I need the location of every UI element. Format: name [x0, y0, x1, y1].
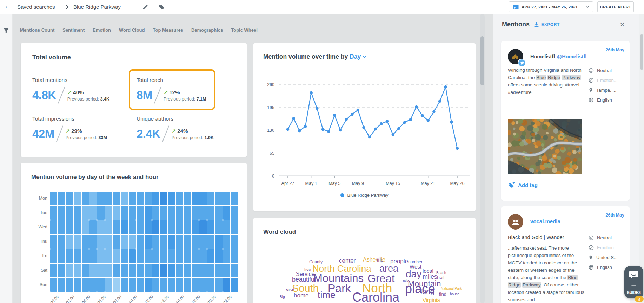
heatmap-cell[interactable]: [66, 192, 73, 205]
breadcrumb-saved-searches[interactable]: Saved searches: [17, 4, 55, 10]
heatmap-cell[interactable]: [121, 192, 128, 205]
heatmap-cell[interactable]: [137, 278, 144, 292]
heatmap-cell[interactable]: [176, 249, 183, 263]
heatmap-cell[interactable]: [89, 249, 97, 263]
heatmap-cell[interactable]: [97, 264, 104, 277]
heatmap-cell[interactable]: [215, 206, 222, 220]
heatmap-cell[interactable]: [145, 206, 152, 220]
page-scrollbar-thumb[interactable]: [640, 34, 643, 70]
interval-selector[interactable]: Day: [350, 53, 366, 60]
main-scrollbar-thumb[interactable]: [480, 36, 484, 85]
close-icon[interactable]: ✕: [620, 21, 625, 28]
heatmap-cell[interactable]: [66, 220, 73, 234]
heatmap-cell[interactable]: [50, 235, 57, 249]
heatmap-cell[interactable]: [66, 235, 73, 249]
heatmap-cell[interactable]: [199, 264, 206, 277]
heatmap-cell[interactable]: [152, 192, 159, 205]
heatmap-cell[interactable]: [121, 220, 128, 234]
heatmap-cell[interactable]: [58, 192, 65, 205]
heatmap-cell[interactable]: [176, 264, 183, 277]
heatmap-cell[interactable]: [199, 249, 206, 263]
word-cloud-word[interactable]: home: [294, 292, 309, 298]
heatmap-cell[interactable]: [160, 264, 167, 277]
heatmap-cell[interactable]: [160, 220, 167, 234]
heatmap-cell[interactable]: [74, 264, 81, 277]
word-cloud-word[interactable]: long: [420, 288, 434, 295]
heatmap-cell[interactable]: [105, 278, 112, 292]
heatmap-cell[interactable]: [137, 220, 144, 234]
heatmap-cell[interactable]: [223, 235, 230, 249]
heatmap-cell[interactable]: [121, 278, 128, 292]
heatmap-cell[interactable]: [223, 249, 230, 263]
heatmap-cell[interactable]: [137, 264, 144, 277]
word-cloud-word[interactable]: find: [439, 292, 446, 296]
heatmap-cell[interactable]: [50, 264, 57, 277]
word-cloud-word[interactable]: area: [379, 264, 398, 273]
avatar[interactable]: [508, 214, 523, 230]
heatmap-cell[interactable]: [74, 206, 81, 220]
heatmap-cell[interactable]: [184, 278, 191, 292]
heatmap-cell[interactable]: [223, 264, 230, 277]
heatmap-cell[interactable]: [215, 220, 222, 234]
heatmap-cell[interactable]: [199, 235, 206, 249]
heatmap-cell[interactable]: [199, 278, 206, 292]
heatmap-cell[interactable]: [176, 220, 183, 234]
heatmap-cell[interactable]: [199, 206, 206, 220]
create-alert-button[interactable]: CREATE ALERT: [597, 1, 634, 12]
tab-sentiment[interactable]: Sentiment: [62, 27, 85, 33]
mention-card-vocal-media[interactable]: vocal.media 26th May Black and Gold | Wa…: [501, 206, 630, 303]
heatmap-cell[interactable]: [129, 264, 136, 277]
heatmap-cell[interactable]: [121, 249, 128, 263]
heatmap-cell[interactable]: [231, 264, 238, 277]
heatmap-cell[interactable]: [137, 249, 144, 263]
meta-language[interactable]: English: [589, 97, 628, 103]
heatmap-cell[interactable]: [160, 206, 167, 220]
heatmap-cell[interactable]: [160, 235, 167, 249]
meta-location[interactable]: United S...: [589, 255, 628, 260]
back-arrow-icon[interactable]: ←: [4, 2, 11, 10]
tag-icon[interactable]: [159, 4, 165, 10]
heatmap-cell[interactable]: [58, 264, 65, 277]
heatmap-cell[interactable]: [129, 235, 136, 249]
word-cloud-word[interactable]: local: [423, 268, 433, 273]
heatmap-cell[interactable]: [74, 220, 81, 234]
heatmap-cell[interactable]: [145, 220, 152, 234]
heatmap-cell[interactable]: [152, 249, 159, 263]
tab-demographics[interactable]: Demographics: [191, 27, 223, 33]
heatmap-cell[interactable]: [50, 249, 57, 263]
heatmap-cell[interactable]: [97, 235, 104, 249]
heatmap-cell[interactable]: [160, 249, 167, 263]
heatmap-cell[interactable]: [207, 220, 214, 234]
heatmap-cell[interactable]: [113, 264, 120, 277]
heatmap-cell[interactable]: [113, 278, 120, 292]
heatmap-cell[interactable]: [207, 235, 214, 249]
heatmap-cell[interactable]: [207, 249, 214, 263]
line-chart[interactable]: 065130195260Apr 27May 1May 5May 9May 15M…: [253, 43, 476, 211]
meta-emotion[interactable]: Emotion...: [589, 78, 628, 83]
heatmap-cell[interactable]: [152, 235, 159, 249]
tab-word-cloud[interactable]: Word Cloud: [119, 27, 145, 33]
heatmap-cell[interactable]: [66, 264, 73, 277]
word-cloud-word[interactable]: time: [318, 290, 336, 300]
heatmap-cell[interactable]: [176, 235, 183, 249]
heatmap-cell[interactable]: [82, 235, 89, 249]
heatmap-cell[interactable]: [58, 220, 65, 234]
heatmap-cell[interactable]: [137, 206, 144, 220]
heatmap-cell[interactable]: [176, 278, 183, 292]
heatmap-cell[interactable]: [168, 220, 175, 234]
heatmap-cell[interactable]: [50, 192, 57, 205]
heatmap-cell[interactable]: [223, 220, 230, 234]
edit-pencil-icon[interactable]: [142, 4, 148, 10]
heatmap-cell[interactable]: [152, 206, 159, 220]
tab-topic-wheel[interactable]: Topic Wheel: [231, 27, 258, 33]
heatmap-cell[interactable]: [192, 206, 199, 220]
tab-top-measures[interactable]: Top Measures: [153, 27, 183, 33]
heatmap-cell[interactable]: [192, 278, 199, 292]
heatmap-cell[interactable]: [215, 192, 222, 205]
heatmap-cell[interactable]: [176, 206, 183, 220]
heatmap-cell[interactable]: [105, 249, 112, 263]
heatmap-cell[interactable]: [207, 264, 214, 277]
heatmap-cell[interactable]: [89, 220, 97, 234]
word-cloud-word[interactable]: National Park: [441, 287, 462, 290]
meta-language[interactable]: English: [589, 265, 628, 270]
